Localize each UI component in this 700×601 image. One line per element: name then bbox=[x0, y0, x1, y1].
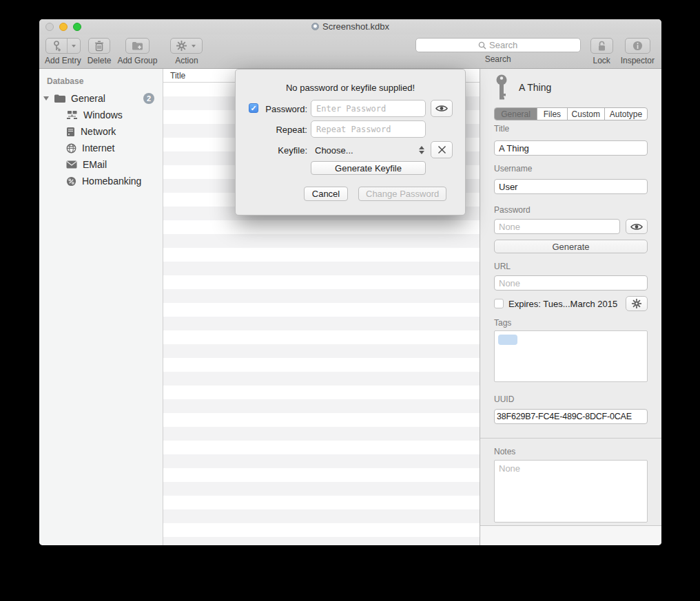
add-entry-dropdown[interactable] bbox=[67, 39, 80, 53]
section-divider bbox=[480, 438, 661, 439]
notes-placeholder: None bbox=[495, 461, 647, 476]
tab-general[interactable]: General bbox=[495, 108, 537, 120]
document-proxy-icon bbox=[311, 23, 319, 30]
dialog-keyfile-label: Keyfile: bbox=[238, 145, 307, 156]
expires-label: Expires: Tues...March 2015 bbox=[508, 299, 617, 309]
sidebar-item-general[interactable]: General 2 bbox=[39, 90, 163, 107]
key-icon bbox=[494, 74, 509, 101]
keyfile-clear-button[interactable] bbox=[431, 141, 453, 158]
chevron-down-icon bbox=[191, 44, 196, 48]
sidebar: Database General 2 Windows Network Inter… bbox=[39, 69, 163, 545]
server-icon bbox=[66, 127, 75, 137]
dialog-repeat-label: Repeat: bbox=[238, 125, 307, 135]
globe-icon bbox=[66, 143, 76, 154]
dialog-message: No password or keyfile supplied! bbox=[236, 83, 465, 93]
keyfile-popup-value: Choose... bbox=[315, 145, 353, 156]
uuid-field-label: UUID bbox=[494, 394, 648, 403]
add-group-label: Add Group bbox=[117, 56, 157, 65]
password-field[interactable] bbox=[494, 219, 620, 234]
sidebar-section-header: Database bbox=[47, 76, 163, 86]
url-field[interactable] bbox=[494, 275, 648, 291]
tab-files[interactable]: Files bbox=[537, 108, 568, 120]
search-label: Search bbox=[485, 54, 511, 64]
dialog-reveal-button[interactable] bbox=[431, 100, 453, 117]
add-entry-button[interactable] bbox=[45, 38, 81, 54]
eye-icon bbox=[435, 105, 448, 112]
window-title: Screenshot.kdbx bbox=[39, 21, 661, 32]
username-field[interactable] bbox=[494, 179, 648, 194]
expires-checkbox[interactable] bbox=[494, 299, 504, 308]
windows-icon bbox=[66, 110, 78, 120]
generate-password-button[interactable]: Generate bbox=[494, 240, 648, 253]
inspector-tabs: General Files Custom Autotype bbox=[494, 107, 648, 120]
tags-box[interactable] bbox=[494, 330, 648, 382]
password-field-label: Password bbox=[494, 205, 648, 213]
lock-label: Lock bbox=[593, 56, 610, 65]
title-field[interactable] bbox=[494, 140, 648, 156]
delete-button[interactable] bbox=[88, 38, 110, 54]
keyfile-popup[interactable]: Choose... bbox=[311, 142, 426, 158]
folder-icon bbox=[54, 94, 66, 103]
trash-icon bbox=[94, 41, 104, 52]
sidebar-item-label: Network bbox=[81, 126, 116, 137]
sidebar-item-network[interactable]: Network bbox=[39, 123, 163, 140]
entry-count-badge: 2 bbox=[143, 93, 154, 104]
sidebar-item-label: EMail bbox=[83, 159, 107, 170]
search-icon bbox=[478, 41, 486, 50]
search-input[interactable]: Search bbox=[415, 38, 581, 52]
dialog-repeat-input[interactable] bbox=[311, 120, 426, 138]
add-entry-label: Add Entry bbox=[45, 56, 81, 65]
app-window: Screenshot.kdbx Add Entry Delete bbox=[39, 19, 661, 545]
disclosure-triangle-icon[interactable] bbox=[43, 96, 49, 101]
dialog-password-label: Password: bbox=[238, 104, 307, 114]
entry-title: A Thing bbox=[519, 82, 551, 93]
sidebar-item-email[interactable]: EMail bbox=[39, 156, 163, 173]
sidebar-item-label: Internet bbox=[82, 143, 114, 154]
reveal-password-button[interactable] bbox=[626, 219, 648, 234]
add-group-button[interactable] bbox=[125, 38, 150, 54]
envelope-icon bbox=[66, 160, 77, 169]
dialog-password-input[interactable] bbox=[311, 100, 426, 117]
tab-custom[interactable]: Custom bbox=[568, 108, 605, 120]
inspector-panel: A Thing General Files Custom Autotype Ti… bbox=[480, 69, 661, 545]
sidebar-item-internet[interactable]: Internet bbox=[39, 140, 163, 156]
inspector-footer bbox=[480, 525, 661, 545]
lock-button[interactable] bbox=[590, 38, 613, 54]
sidebar-item-label: General bbox=[71, 93, 105, 104]
titlebar: Screenshot.kdbx bbox=[39, 19, 661, 34]
tags-field-label: Tags bbox=[494, 318, 648, 326]
eye-icon bbox=[630, 223, 643, 231]
cancel-button[interactable]: Cancel bbox=[304, 187, 348, 201]
toolbar: Add Entry Delete Add Group Action S bbox=[39, 34, 661, 69]
add-entry-icon[interactable] bbox=[46, 39, 67, 53]
action-label: Action bbox=[175, 56, 198, 65]
stepper-icon bbox=[419, 146, 426, 154]
sidebar-item-homebanking[interactable]: Homebanking bbox=[39, 173, 163, 189]
sidebar-item-label: Homebanking bbox=[82, 176, 141, 187]
delete-label: Delete bbox=[88, 56, 112, 65]
notes-field[interactable]: None bbox=[494, 460, 648, 523]
generate-keyfile-button[interactable]: Generate Keyfile bbox=[311, 161, 426, 175]
sidebar-item-label: Windows bbox=[83, 109, 123, 120]
sidebar-item-windows[interactable]: Windows bbox=[39, 107, 163, 123]
gear-icon bbox=[632, 299, 641, 308]
lock-icon bbox=[597, 41, 606, 52]
url-field-label: URL bbox=[494, 262, 648, 270]
gear-icon bbox=[176, 41, 187, 51]
inspector-button[interactable] bbox=[625, 38, 650, 54]
username-field-label: Username bbox=[494, 164, 648, 172]
inspector-icon bbox=[632, 41, 643, 51]
expires-options-button[interactable] bbox=[626, 296, 648, 311]
change-password-button[interactable]: Change Password bbox=[358, 187, 446, 201]
tab-autotype[interactable]: Autotype bbox=[605, 108, 647, 120]
title-field-label: Title bbox=[494, 124, 648, 132]
uuid-field[interactable] bbox=[494, 409, 648, 424]
inspector-label: Inspector bbox=[621, 56, 655, 65]
action-button[interactable] bbox=[170, 38, 203, 54]
chevron-down-icon bbox=[71, 44, 76, 48]
x-icon bbox=[438, 145, 446, 154]
change-password-dialog: No password or keyfile supplied! ✓ Passw… bbox=[235, 69, 466, 215]
notes-field-label: Notes bbox=[494, 447, 648, 455]
folder-plus-icon bbox=[132, 41, 143, 51]
tag-pill[interactable] bbox=[498, 335, 517, 345]
